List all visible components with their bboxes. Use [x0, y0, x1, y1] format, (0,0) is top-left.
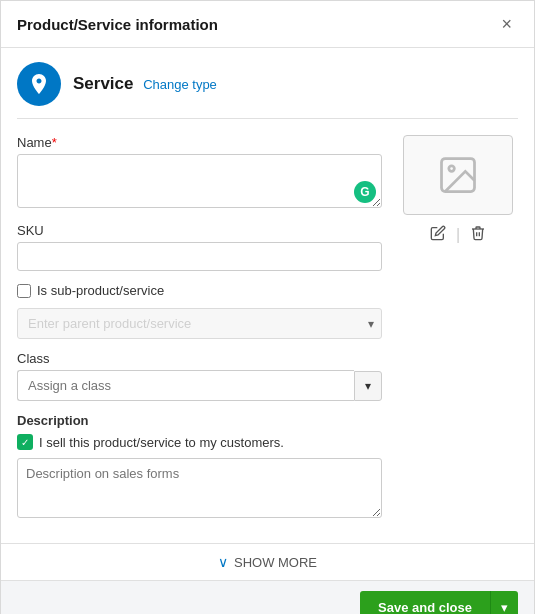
name-input[interactable]: [17, 154, 382, 208]
parent-select[interactable]: Enter parent product/service: [17, 308, 382, 339]
description-checkbox-checked[interactable]: ✓: [17, 434, 33, 450]
parent-select-wrapper: Enter parent product/service ▾: [17, 308, 382, 339]
description-check-row: ✓ I sell this product/service to my cust…: [17, 434, 382, 450]
svg-point-1: [449, 166, 455, 172]
class-dropdown-button[interactable]: ▾: [354, 371, 382, 401]
class-field-group: Class ▾: [17, 351, 382, 401]
name-field-wrapper: G: [17, 154, 382, 211]
close-button[interactable]: ×: [495, 13, 518, 35]
delete-image-button[interactable]: [466, 223, 490, 246]
class-input[interactable]: [17, 370, 354, 401]
class-label: Class: [17, 351, 382, 366]
show-more-bar[interactable]: ∨ SHOW MORE: [1, 543, 534, 580]
type-row: Service Change type: [17, 62, 518, 119]
form-grid: Name* G SKU Is sub-product/service: [17, 135, 518, 521]
sku-input[interactable]: [17, 242, 382, 271]
modal-footer: Save and close ▾: [1, 580, 534, 614]
chevron-down-icon: ∨: [218, 554, 228, 570]
form-right: |: [398, 135, 518, 521]
save-close-dropdown-icon: ▾: [501, 600, 508, 614]
type-label: Service: [73, 74, 134, 93]
sub-product-checkbox[interactable]: [17, 284, 31, 298]
sub-product-label[interactable]: Is sub-product/service: [37, 283, 164, 298]
description-check-label: I sell this product/service to my custom…: [39, 435, 284, 450]
image-actions: |: [426, 223, 490, 246]
class-field-row: ▾: [17, 370, 382, 401]
modal-title: Product/Service information: [17, 16, 218, 33]
save-close-dropdown-button[interactable]: ▾: [490, 591, 518, 614]
grammarly-icon: G: [354, 181, 376, 203]
description-textarea[interactable]: [17, 458, 382, 518]
type-icon: [17, 62, 61, 106]
description-section: Description ✓ I sell this product/servic…: [17, 413, 382, 521]
name-field-group: Name* G: [17, 135, 382, 211]
image-placeholder: [403, 135, 513, 215]
sku-field-group: SKU: [17, 223, 382, 271]
type-info: Service Change type: [73, 74, 217, 94]
modal-header: Product/Service information ×: [1, 1, 534, 48]
form-left: Name* G SKU Is sub-product/service: [17, 135, 382, 521]
edit-image-button[interactable]: [426, 223, 450, 246]
sku-label: SKU: [17, 223, 382, 238]
required-star: *: [52, 135, 57, 150]
show-more-label: SHOW MORE: [234, 555, 317, 570]
modal-body: Service Change type Name* G: [1, 48, 534, 535]
save-and-close-button[interactable]: Save and close: [360, 591, 490, 614]
description-label: Description: [17, 413, 382, 428]
name-label: Name*: [17, 135, 382, 150]
product-service-modal: Product/Service information × Service Ch…: [0, 0, 535, 614]
sub-product-row: Is sub-product/service: [17, 283, 382, 298]
image-actions-divider: |: [456, 226, 460, 244]
change-type-link[interactable]: Change type: [143, 77, 217, 92]
parent-field-group: Enter parent product/service ▾: [17, 308, 382, 339]
